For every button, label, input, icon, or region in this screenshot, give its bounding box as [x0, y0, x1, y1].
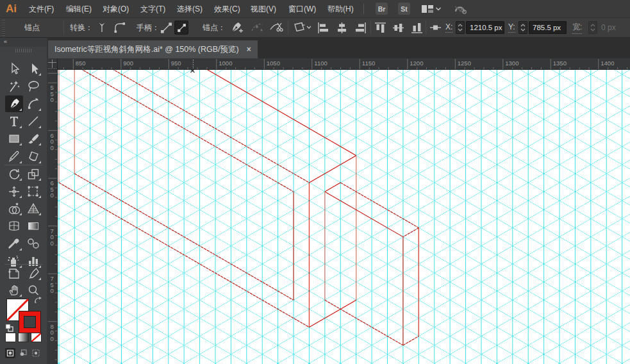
swap-arrows-icon [34, 297, 42, 304]
vertical-ruler[interactable]: 550600650700750800 [47, 70, 58, 364]
cut-path-button[interactable] [269, 18, 285, 37]
svg-text:0: 0 [51, 144, 54, 151]
menu-item-effect[interactable]: 效果(C) [214, 0, 240, 18]
align-bottom-icon [410, 21, 424, 35]
direct-selection-icon [26, 62, 40, 76]
menu-item-select[interactable]: 选择(S) [177, 0, 203, 18]
width-tool[interactable] [5, 183, 23, 199]
perspective-grid-tool[interactable] [24, 200, 42, 217]
stepper-down-icon [590, 28, 595, 31]
align-to-selection-icon [429, 23, 442, 32]
eyedropper-tool[interactable] [5, 235, 23, 252]
horizontal-ruler[interactable]: 8509009501000105011001150120012501300135… [58, 58, 630, 70]
align-left-button[interactable] [317, 18, 330, 37]
curvature-tool[interactable] [24, 95, 42, 112]
scale-tool[interactable] [24, 165, 42, 182]
pen-tool[interactable] [5, 95, 23, 112]
menu-item-window[interactable]: 窗口(W) [288, 0, 316, 18]
menu-item-view[interactable]: 视图(V) [251, 0, 276, 18]
rotate-tool[interactable] [5, 165, 23, 182]
menu-item-object[interactable]: 对象(O) [103, 0, 129, 18]
align-top-button[interactable] [374, 18, 387, 37]
color-mode-button[interactable] [5, 333, 16, 342]
bridge-button[interactable]: Br [376, 3, 388, 15]
show-handles-button[interactable] [160, 18, 172, 37]
menu-item-edit[interactable]: 编辑(E) [66, 0, 92, 18]
convert-to-corner-button[interactable] [96, 18, 108, 37]
tools-panel-grip[interactable] [15, 49, 32, 53]
align-center-horizontal-button[interactable] [335, 18, 349, 37]
draw-normal-button[interactable] [5, 348, 15, 358]
collapse-panel-button[interactable]: « [0, 38, 47, 47]
eraser-tool[interactable] [24, 148, 42, 165]
free-transform-tool[interactable] [24, 183, 42, 199]
svg-text:1400: 1400 [601, 60, 614, 67]
tab-close-button[interactable]: × [247, 45, 251, 54]
ruler-origin-corner[interactable] [47, 58, 58, 70]
hand-tool[interactable] [5, 281, 23, 298]
artboard-options-button[interactable] [293, 18, 312, 37]
y-field-label[interactable]: Y: [508, 22, 515, 33]
rectangle-tool[interactable] [5, 130, 23, 147]
control-separator [426, 21, 426, 35]
align-to-selection-button[interactable] [429, 18, 442, 37]
gpu-performance-button[interactable] [454, 4, 467, 14]
add-anchor-button[interactable] [230, 18, 244, 37]
menu-item-file[interactable]: 文件(F) [29, 0, 54, 18]
align-right-button[interactable] [354, 18, 367, 37]
menu-item-help[interactable]: 帮助(H) [327, 0, 354, 18]
convert-to-smooth-button[interactable] [114, 18, 126, 37]
swap-fill-stroke-button[interactable] [34, 297, 42, 304]
mesh-tool[interactable] [5, 218, 23, 235]
stroke-color-swatch[interactable] [19, 311, 41, 333]
shape-builder-tool[interactable] [5, 200, 23, 217]
x-value-input[interactable]: 1210.5 px [466, 21, 504, 34]
line-segment-tool[interactable] [24, 113, 42, 129]
slice-tool[interactable] [24, 265, 42, 281]
stock-button[interactable]: St [398, 3, 410, 15]
width-field-label[interactable]: 宽: [572, 22, 582, 34]
gradient-tool[interactable] [24, 218, 42, 235]
stepper-up-icon [520, 24, 526, 27]
anchor-curve-button-disabled[interactable] [251, 18, 263, 37]
lasso-tool[interactable] [24, 78, 42, 94]
canvas-artboard[interactable] [58, 70, 630, 364]
control-bar-grip[interactable] [2, 20, 5, 36]
align-middle-vertical-button[interactable] [392, 18, 405, 37]
menubar-separator [363, 4, 364, 14]
width-icon [7, 185, 21, 198]
default-fill-stroke-button[interactable] [5, 324, 13, 332]
paintbrush-tool[interactable] [24, 130, 42, 147]
selection-tool[interactable] [5, 60, 23, 77]
zoom-tool[interactable] [24, 281, 42, 298]
mesh-icon [7, 219, 21, 233]
blend-icon [26, 236, 40, 250]
align-top-icon [374, 21, 387, 35]
pencil-tool[interactable] [5, 148, 23, 165]
ruler-crosshair-icon [47, 58, 57, 69]
artboard-tool[interactable] [5, 265, 23, 281]
magic-wand-tool[interactable] [5, 78, 23, 94]
gradient-mode-button[interactable] [18, 333, 29, 342]
document-tab[interactable]: Isometric等距视角斜角网格.ai* @ 150% (RGB/预览) × [48, 40, 258, 58]
draw-behind-icon [19, 349, 27, 357]
draw-behind-button[interactable] [18, 348, 28, 358]
tools-separator [4, 165, 42, 165]
workspace-switcher-button[interactable] [421, 4, 434, 13]
none-mode-button[interactable] [31, 333, 42, 342]
x-stepper[interactable] [456, 18, 465, 37]
free-transform-icon [26, 185, 40, 198]
y-stepper[interactable] [518, 18, 527, 37]
direct-selection-tool[interactable] [24, 60, 42, 77]
menu-item-type[interactable]: 文字(T) [140, 0, 165, 18]
y-value-input[interactable]: 785.5 px [529, 21, 567, 34]
hide-handles-button[interactable] [174, 18, 188, 37]
lasso-icon [26, 79, 40, 93]
type-tool[interactable] [5, 113, 23, 129]
align-bottom-button[interactable] [410, 18, 424, 37]
x-field-label[interactable]: X: [445, 22, 452, 33]
svg-text:1000: 1000 [219, 60, 232, 67]
draw-inside-button[interactable] [31, 348, 41, 358]
blend-tool[interactable] [24, 235, 42, 252]
workspace-chevron[interactable] [435, 7, 442, 11]
